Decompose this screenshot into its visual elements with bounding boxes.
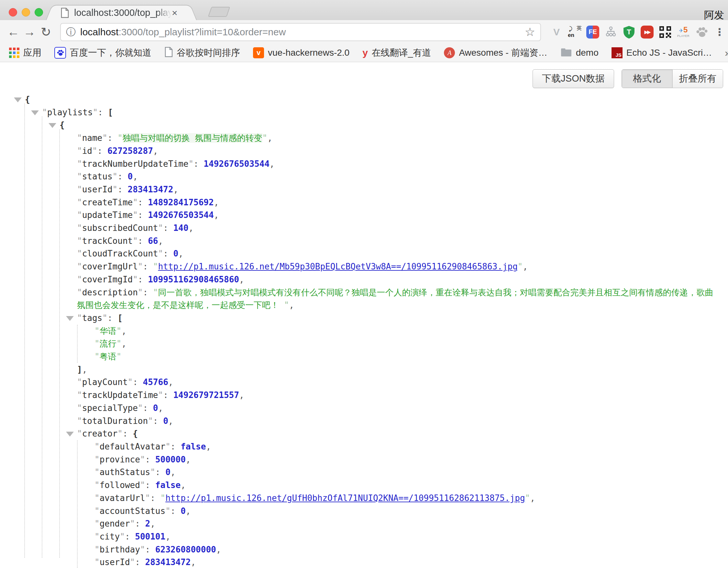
json-key: specialType — [82, 403, 138, 413]
bookmarks-overflow-icon[interactable]: » — [725, 47, 728, 59]
collapse-arrow-icon[interactable] — [31, 110, 39, 115]
json-token: " — [138, 403, 143, 413]
json-token: " — [93, 107, 98, 117]
json-line: "trackUpdateTime": 1492679721557, — [0, 389, 725, 402]
json-token: " — [153, 288, 158, 297]
json-token: " — [77, 416, 82, 426]
page-info-icon[interactable]: ⓘ — [66, 26, 76, 39]
json-token: , — [530, 493, 535, 503]
json-key: totalDuration — [82, 416, 148, 426]
browser-tab[interactable]: localhost:3000/top_playlist?lim × — [57, 5, 186, 20]
sitemap-icon[interactable] — [604, 25, 618, 39]
json-token: " — [158, 249, 163, 258]
json-token: , — [267, 133, 272, 143]
json-token: " — [42, 107, 47, 117]
json-token: " — [148, 416, 153, 426]
tab-close-icon[interactable]: × — [172, 8, 178, 18]
json-token: " — [284, 300, 289, 310]
paw-icon[interactable] — [694, 25, 709, 39]
json-token: " — [138, 288, 143, 297]
extensions-area: V ⤸英enFE T▶▶ ✈5PLAYER ⋮ — [549, 20, 727, 44]
json-token: " — [158, 390, 163, 400]
json-token: : — [145, 545, 155, 554]
json-key: coverImgId — [82, 274, 133, 284]
bookmark-star-icon[interactable]: ☆ — [525, 25, 535, 39]
bookmark-label: 在线翻译_有道 — [372, 47, 431, 59]
bookmark-item[interactable]: y在线翻译_有道 — [362, 47, 431, 59]
collapse-all-button[interactable]: 折叠所有 — [673, 70, 723, 88]
awesomes-icon: A — [444, 47, 455, 58]
json-number-value: 623260800000 — [155, 545, 216, 554]
json-line: "coverImgUrl": "http://p1.music.126.net/… — [0, 260, 725, 273]
json-line: "流行", — [0, 338, 725, 351]
close-window-button[interactable] — [9, 8, 17, 17]
bookmark-item[interactable]: 百度一下，你就知道 — [54, 47, 151, 59]
json-token: " — [77, 429, 82, 439]
json-token: " — [525, 493, 530, 503]
url-text[interactable]: localhost:3000/top_playlist?limit=10&ord… — [80, 27, 522, 38]
json-number-value: 0 — [153, 403, 158, 413]
json-token: " — [94, 493, 100, 503]
collapse-arrow-icon[interactable] — [66, 316, 74, 321]
collapse-arrow-icon[interactable] — [66, 432, 74, 437]
json-number-value: 66 — [148, 236, 158, 246]
json-token: " — [140, 455, 145, 464]
bookmark-item[interactable]: demo — [560, 47, 599, 58]
address-bar[interactable]: ⓘ localhost:3000/top_playlist?limit=10&o… — [60, 23, 541, 41]
bookmark-item[interactable]: vvue-hackernews-2.0 — [253, 47, 349, 58]
bookmark-item[interactable]: 谷歌按时间排序 — [164, 47, 240, 59]
json-key: coverImgUrl — [82, 262, 138, 271]
zoom-window-button[interactable] — [35, 8, 43, 17]
json-token: " — [133, 210, 138, 220]
page-favicon-icon — [61, 8, 69, 18]
format-button[interactable]: 格式化 — [622, 70, 673, 88]
json-token: : — [163, 223, 173, 233]
url-path: :3000/top_playlist?limit=10&order=new — [118, 27, 286, 37]
json-line: "playlists": [ — [0, 106, 725, 119]
json-token: " — [188, 159, 193, 169]
forward-icon[interactable]: → — [23, 20, 36, 44]
json-token: : — [138, 236, 148, 246]
json-token: " — [130, 557, 135, 567]
json-token: , — [133, 172, 138, 181]
json-token: " — [77, 184, 82, 194]
fehelper-icon[interactable]: FE — [586, 25, 600, 39]
json-string-value: 同一首歌，独唱模式与对唱模式有没有什么不同呢？独唱是一个人的演绎，重在诠释与表达… — [77, 288, 713, 310]
json-key: name — [82, 133, 103, 143]
collapse-arrow-icon[interactable] — [14, 97, 22, 102]
video-downloader-icon[interactable]: ▶▶ — [640, 25, 654, 39]
qrcode-icon[interactable] — [658, 25, 672, 39]
json-line: "authStatus": 0, — [0, 466, 725, 479]
json-key: authStatus — [100, 467, 150, 477]
back-icon[interactable]: ← — [7, 20, 19, 44]
bookmark-item[interactable]: 应用 — [9, 47, 41, 59]
vue-devtools-icon[interactable]: V — [549, 25, 564, 39]
json-key: avatarUrl — [100, 493, 145, 503]
youdao-translate-icon[interactable]: ⤸英en — [568, 25, 582, 39]
json-key: playCount — [82, 377, 128, 387]
bookmark-item[interactable]: AAwesomes - 前端资… — [444, 47, 547, 59]
json-token: , — [214, 197, 219, 207]
minimize-window-button[interactable] — [22, 8, 30, 17]
tampermonkey-shield-icon[interactable]: T — [622, 25, 636, 39]
json-token: , — [171, 467, 176, 477]
html5-player-icon[interactable]: ✈5PLAYER — [676, 25, 690, 39]
json-token: : — [163, 390, 173, 400]
new-tab-button[interactable] — [208, 7, 230, 17]
json-url-link[interactable]: http://p1.music.126.net/gUfH0bhzOfAl71NU… — [165, 493, 525, 503]
json-key: birthday — [100, 545, 140, 554]
json-token: , — [165, 532, 171, 541]
browser-menu-icon[interactable]: ⋮ — [712, 25, 727, 39]
reload-icon[interactable]: ↻ — [41, 20, 51, 44]
json-line: "coverImgId": 109951162908465860, — [0, 273, 725, 286]
bookmark-item[interactable]: JSEcho JS - JavaScri… — [612, 47, 712, 58]
json-token: , — [168, 416, 173, 426]
collapse-arrow-icon[interactable] — [49, 123, 56, 128]
json-token: : — [97, 146, 107, 156]
json-token: : — [143, 262, 153, 271]
json-line: "specialType": 0, — [0, 402, 725, 415]
json-url-link[interactable]: http://p1.music.126.net/Mb59p30BpEQLcBQe… — [158, 262, 517, 271]
bookmark-label: Echo JS - JavaScri… — [626, 48, 712, 58]
json-token: , — [191, 557, 196, 567]
download-json-button[interactable]: 下载JSON数据 — [533, 69, 614, 88]
